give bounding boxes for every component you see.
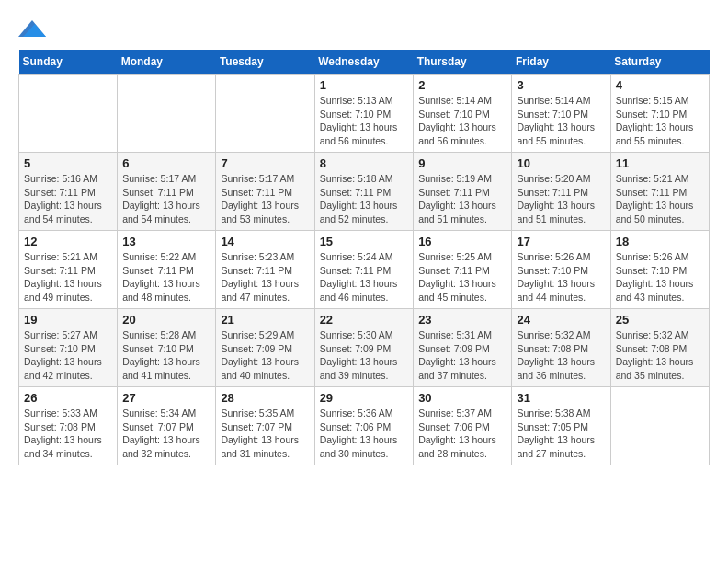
calendar-cell: 5Sunrise: 5:16 AM Sunset: 7:11 PM Daylig… [19, 153, 118, 231]
day-number: 22 [320, 313, 409, 327]
day-number: 8 [320, 156, 409, 170]
day-number: 9 [418, 156, 506, 170]
calendar-cell: 1Sunrise: 5:13 AM Sunset: 7:10 PM Daylig… [314, 75, 414, 153]
day-number: 17 [517, 235, 605, 248]
day-info: Sunrise: 5:30 AM Sunset: 7:09 PM Dayligh… [320, 328, 409, 383]
day-info: Sunrise: 5:17 AM Sunset: 7:11 PM Dayligh… [122, 172, 210, 226]
day-info: Sunrise: 5:22 AM Sunset: 7:11 PM Dayligh… [122, 250, 210, 304]
day-info: Sunrise: 5:37 AM Sunset: 7:06 PM Dayligh… [418, 407, 506, 461]
day-info: Sunrise: 5:16 AM Sunset: 7:11 PM Dayligh… [24, 172, 112, 226]
calendar-cell: 6Sunrise: 5:17 AM Sunset: 7:11 PM Daylig… [118, 153, 216, 231]
day-number: 5 [24, 156, 112, 170]
day-number: 20 [122, 313, 210, 327]
day-number: 26 [24, 391, 112, 405]
calendar-cell: 10Sunrise: 5:20 AM Sunset: 7:11 PM Dayli… [512, 153, 610, 231]
day-number: 15 [320, 235, 409, 248]
calendar-cell: 16Sunrise: 5:25 AM Sunset: 7:11 PM Dayli… [414, 231, 512, 309]
calendar-cell: 22Sunrise: 5:30 AM Sunset: 7:09 PM Dayli… [314, 309, 414, 387]
day-number: 30 [418, 391, 506, 405]
calendar-cell: 28Sunrise: 5:35 AM Sunset: 7:07 PM Dayli… [216, 387, 314, 465]
day-info: Sunrise: 5:36 AM Sunset: 7:06 PM Dayligh… [320, 407, 409, 461]
day-number: 7 [221, 156, 309, 170]
calendar-cell [216, 75, 314, 153]
calendar-cell: 17Sunrise: 5:26 AM Sunset: 7:10 PM Dayli… [512, 231, 610, 309]
day-info: Sunrise: 5:26 AM Sunset: 7:10 PM Dayligh… [616, 250, 704, 304]
calendar-cell: 11Sunrise: 5:21 AM Sunset: 7:11 PM Dayli… [610, 153, 709, 231]
calendar-cell: 30Sunrise: 5:37 AM Sunset: 7:06 PM Dayli… [414, 387, 512, 465]
day-number: 31 [517, 391, 605, 405]
day-number: 18 [616, 235, 704, 248]
calendar-cell: 29Sunrise: 5:36 AM Sunset: 7:06 PM Dayli… [314, 387, 414, 465]
day-number: 23 [418, 313, 506, 327]
calendar-week-row: 5Sunrise: 5:16 AM Sunset: 7:11 PM Daylig… [19, 153, 710, 231]
calendar-cell: 25Sunrise: 5:32 AM Sunset: 7:08 PM Dayli… [610, 309, 709, 387]
day-info: Sunrise: 5:32 AM Sunset: 7:08 PM Dayligh… [517, 328, 605, 383]
calendar-cell: 8Sunrise: 5:18 AM Sunset: 7:11 PM Daylig… [314, 153, 414, 231]
column-header-friday: Friday [512, 50, 610, 75]
day-number: 14 [221, 235, 309, 248]
calendar-cell: 15Sunrise: 5:24 AM Sunset: 7:11 PM Dayli… [314, 231, 414, 309]
calendar-cell: 27Sunrise: 5:34 AM Sunset: 7:07 PM Dayli… [118, 387, 216, 465]
calendar-table: SundayMondayTuesdayWednesdayThursdayFrid… [18, 50, 710, 465]
day-info: Sunrise: 5:19 AM Sunset: 7:11 PM Dayligh… [418, 172, 506, 226]
calendar-week-row: 26Sunrise: 5:33 AM Sunset: 7:08 PM Dayli… [19, 387, 710, 465]
day-info: Sunrise: 5:28 AM Sunset: 7:10 PM Dayligh… [122, 328, 210, 383]
column-header-thursday: Thursday [414, 50, 512, 75]
calendar-cell: 23Sunrise: 5:31 AM Sunset: 7:09 PM Dayli… [414, 309, 512, 387]
calendar-cell: 20Sunrise: 5:28 AM Sunset: 7:10 PM Dayli… [118, 309, 216, 387]
calendar-cell [19, 75, 118, 153]
day-info: Sunrise: 5:32 AM Sunset: 7:08 PM Dayligh… [616, 328, 704, 383]
day-number: 12 [24, 235, 112, 248]
day-info: Sunrise: 5:20 AM Sunset: 7:11 PM Dayligh… [517, 172, 605, 226]
day-info: Sunrise: 5:29 AM Sunset: 7:09 PM Dayligh… [221, 328, 309, 383]
calendar-cell: 31Sunrise: 5:38 AM Sunset: 7:05 PM Dayli… [512, 387, 610, 465]
day-info: Sunrise: 5:13 AM Sunset: 7:10 PM Dayligh… [320, 94, 409, 148]
day-number: 27 [122, 391, 210, 405]
calendar-cell [610, 387, 709, 465]
page-header [18, 18, 710, 40]
logo-icon [18, 18, 46, 40]
day-info: Sunrise: 5:14 AM Sunset: 7:10 PM Dayligh… [418, 94, 506, 148]
day-info: Sunrise: 5:18 AM Sunset: 7:11 PM Dayligh… [320, 172, 409, 226]
day-info: Sunrise: 5:25 AM Sunset: 7:11 PM Dayligh… [418, 250, 506, 304]
day-info: Sunrise: 5:21 AM Sunset: 7:11 PM Dayligh… [24, 250, 112, 304]
day-number: 6 [122, 156, 210, 170]
calendar-cell: 12Sunrise: 5:21 AM Sunset: 7:11 PM Dayli… [19, 231, 118, 309]
column-header-tuesday: Tuesday [216, 50, 314, 75]
calendar-cell: 26Sunrise: 5:33 AM Sunset: 7:08 PM Dayli… [19, 387, 118, 465]
day-number: 3 [517, 78, 605, 92]
day-info: Sunrise: 5:24 AM Sunset: 7:11 PM Dayligh… [320, 250, 409, 304]
day-info: Sunrise: 5:35 AM Sunset: 7:07 PM Dayligh… [221, 407, 309, 461]
calendar-week-row: 19Sunrise: 5:27 AM Sunset: 7:10 PM Dayli… [19, 309, 710, 387]
day-number: 29 [320, 391, 409, 405]
day-info: Sunrise: 5:33 AM Sunset: 7:08 PM Dayligh… [24, 407, 112, 461]
calendar-cell: 9Sunrise: 5:19 AM Sunset: 7:11 PM Daylig… [414, 153, 512, 231]
calendar-cell: 3Sunrise: 5:14 AM Sunset: 7:10 PM Daylig… [512, 75, 610, 153]
calendar-cell: 13Sunrise: 5:22 AM Sunset: 7:11 PM Dayli… [118, 231, 216, 309]
day-info: Sunrise: 5:27 AM Sunset: 7:10 PM Dayligh… [24, 328, 112, 383]
calendar-cell: 18Sunrise: 5:26 AM Sunset: 7:10 PM Dayli… [610, 231, 709, 309]
column-header-wednesday: Wednesday [314, 50, 414, 75]
day-number: 16 [418, 235, 506, 248]
day-number: 13 [122, 235, 210, 248]
column-header-monday: Monday [118, 50, 216, 75]
day-number: 10 [517, 156, 605, 170]
day-number: 11 [616, 156, 704, 170]
calendar-cell: 24Sunrise: 5:32 AM Sunset: 7:08 PM Dayli… [512, 309, 610, 387]
day-info: Sunrise: 5:31 AM Sunset: 7:09 PM Dayligh… [418, 328, 506, 383]
day-number: 25 [616, 313, 704, 327]
day-info: Sunrise: 5:23 AM Sunset: 7:11 PM Dayligh… [221, 250, 309, 304]
calendar-cell: 4Sunrise: 5:15 AM Sunset: 7:10 PM Daylig… [610, 75, 709, 153]
calendar-cell: 14Sunrise: 5:23 AM Sunset: 7:11 PM Dayli… [216, 231, 314, 309]
day-number: 21 [221, 313, 309, 327]
day-number: 24 [517, 313, 605, 327]
day-info: Sunrise: 5:17 AM Sunset: 7:11 PM Dayligh… [221, 172, 309, 226]
day-info: Sunrise: 5:38 AM Sunset: 7:05 PM Dayligh… [517, 407, 605, 461]
calendar-cell: 19Sunrise: 5:27 AM Sunset: 7:10 PM Dayli… [19, 309, 118, 387]
day-number: 4 [616, 78, 704, 92]
calendar-cell: 21Sunrise: 5:29 AM Sunset: 7:09 PM Dayli… [216, 309, 314, 387]
calendar-header-row: SundayMondayTuesdayWednesdayThursdayFrid… [19, 50, 710, 75]
day-info: Sunrise: 5:15 AM Sunset: 7:10 PM Dayligh… [616, 94, 704, 148]
calendar-cell: 2Sunrise: 5:14 AM Sunset: 7:10 PM Daylig… [414, 75, 512, 153]
day-info: Sunrise: 5:26 AM Sunset: 7:10 PM Dayligh… [517, 250, 605, 304]
